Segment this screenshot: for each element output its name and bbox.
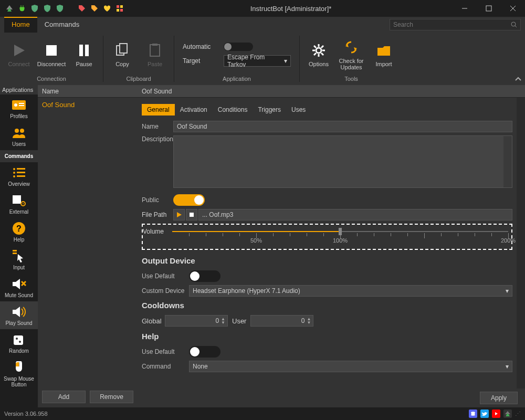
list-icon [12,165,26,180]
spinner-icon[interactable]: ▲▼ [221,317,225,324]
user-cooldown-input[interactable]: 0▲▼ [250,315,313,327]
nav-play-sound[interactable]: Play Sound [0,301,38,329]
disconnect-button[interactable]: Disconnect [37,42,66,67]
pause-icon [76,42,92,59]
svg-rect-48 [13,250,17,251]
name-input[interactable] [173,121,512,132]
tag-icon-1 [78,4,86,13]
tab-general[interactable]: General [142,104,175,116]
group-tools-label: Tools [344,75,358,82]
add-button[interactable]: Add [42,391,86,403]
svg-point-10 [511,22,516,26]
svg-rect-55 [14,335,23,345]
description-label: Description [142,135,173,143]
detail-title: Oof Sound [138,85,525,98]
name-label: Name [142,123,173,130]
dice-icon [12,332,26,347]
svg-marker-50 [17,254,23,262]
volume-label: Volume [143,227,172,235]
users-icon [12,125,26,140]
mute-icon [12,277,26,291]
tab-activation[interactable]: Activation [175,104,213,116]
target-combo[interactable]: Escape From Tarkov▾ [224,55,291,67]
stop-icon [43,42,60,59]
nav-swap-mouse[interactable]: Swap Mouse Button [0,357,38,391]
nav-input[interactable]: Input [0,246,38,274]
tab-triggers[interactable]: Triggers [253,104,286,116]
svg-rect-33 [19,103,24,104]
help-usedefault-toggle[interactable] [189,346,220,358]
tab-conditions[interactable]: Conditions [213,104,253,116]
filepath-field[interactable]: ... Oof.mp3 [198,209,512,220]
nav-random[interactable]: Random [0,329,38,357]
resize-grip-icon[interactable]: ⋰ [515,411,521,417]
command-select[interactable]: None▾ [189,361,512,372]
stop-file-button[interactable] [186,209,197,220]
group-clipboard-label: Clipboard [126,75,151,82]
nav-help[interactable]: ?Help [0,218,38,246]
svg-rect-5 [120,9,123,12]
discord-icon[interactable] [469,410,477,418]
svg-rect-17 [120,44,127,53]
maximize-button[interactable] [477,0,501,17]
spinner-icon[interactable]: ▲▼ [307,317,311,324]
copy-button[interactable]: Copy [108,42,137,67]
custom-device-select[interactable]: Headset Earphone (HyperX 7.1 Audio)▾ [189,285,512,297]
nav-overview[interactable]: Overview [0,162,38,190]
global-cooldown-input[interactable]: 0▲▼ [165,315,228,327]
nav-profiles[interactable]: Profiles [0,94,38,122]
tab-home[interactable]: Home [4,17,37,33]
svg-point-36 [20,129,24,133]
tab-commands[interactable]: Commands [37,17,87,33]
twitter-icon[interactable] [480,410,489,418]
volume-slider[interactable]: 50% 100% 200% [172,227,508,246]
connect-button[interactable]: Connect [4,42,34,67]
external-icon [12,193,26,208]
nav-commands[interactable]: Commands [0,150,38,162]
automatic-toggle[interactable] [224,43,253,51]
version-text: Version 3.06.958 [4,411,48,417]
public-toggle[interactable] [173,194,205,206]
pause-button[interactable]: Pause [69,42,99,67]
automatic-label: Automatic [183,43,219,50]
apply-button[interactable]: Apply [480,392,518,404]
refresh-icon [343,39,360,56]
remove-button[interactable]: Remove [90,391,133,403]
mouse-icon [12,360,26,375]
svg-marker-59 [177,212,182,217]
check-updates-button[interactable]: Check for Updates [337,39,366,70]
paste-button[interactable]: Paste [140,42,170,67]
shield-icon-2 [43,4,51,13]
ribbon-collapse-icon[interactable] [514,76,522,83]
svg-point-32 [14,103,17,107]
nav-external[interactable]: External [0,190,38,218]
sound-icon [12,304,26,319]
list-item[interactable]: Oof Sound [38,98,138,112]
tab-uses[interactable]: Uses [286,104,311,116]
global-label: Global [142,317,161,325]
svg-point-57 [19,341,21,343]
nav-mute-sound[interactable]: Mute Sound [0,274,38,301]
search-input[interactable] [393,21,509,28]
svg-rect-60 [190,213,194,217]
scrollbar[interactable] [503,136,512,187]
youtube-icon[interactable] [492,410,500,418]
status-app-icon [503,410,512,418]
import-button[interactable]: Import [369,42,398,67]
detail-scrollbar[interactable] [517,98,525,388]
close-button[interactable] [501,0,525,17]
chevron-down-icon: ▾ [284,57,287,65]
nav-users[interactable]: Users [0,122,38,150]
description-input[interactable] [173,135,512,188]
minimize-button[interactable] [453,0,477,17]
usedefault-toggle[interactable] [189,270,220,282]
svg-point-45 [23,203,24,204]
cooldowns-heading: Cooldowns [142,301,512,310]
play-file-button[interactable] [173,209,185,220]
svg-rect-19 [152,44,158,46]
svg-rect-14 [79,45,83,56]
options-button[interactable]: Options [304,42,333,67]
svg-line-28 [314,53,316,55]
svg-line-11 [515,26,517,27]
search-box[interactable] [390,19,521,30]
